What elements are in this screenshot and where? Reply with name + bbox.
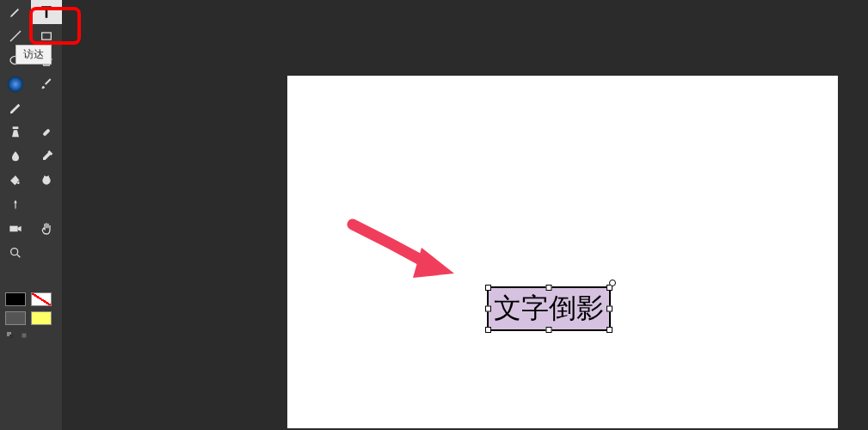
smudge-icon <box>40 174 53 187</box>
smudge-tool[interactable] <box>31 169 62 193</box>
text-content: 文字倒影 <box>494 292 604 323</box>
handle-bottom-right[interactable] <box>606 327 613 333</box>
eyedropper-icon <box>40 150 53 163</box>
zoom-icon <box>9 246 22 260</box>
swap-reset-row <box>5 330 57 341</box>
gradient-tool[interactable] <box>0 72 31 96</box>
text-box[interactable]: 文字倒影 <box>487 286 611 331</box>
toolbar <box>0 0 62 430</box>
text-icon <box>38 3 55 21</box>
handle-bottom-left[interactable] <box>485 327 491 333</box>
bucket-icon <box>9 174 22 187</box>
healing-icon <box>40 126 53 139</box>
fill-colors <box>5 311 57 325</box>
fill-secondary[interactable] <box>31 311 52 325</box>
rect-icon <box>40 29 53 43</box>
empty-2 <box>31 193 62 217</box>
pin-icon <box>9 199 22 211</box>
svg-rect-5 <box>9 226 17 232</box>
swap-icon[interactable] <box>5 330 15 341</box>
paintbrush-tool[interactable] <box>31 72 62 96</box>
svg-rect-0 <box>42 33 52 40</box>
tool-grid <box>0 0 62 265</box>
camera-tool[interactable] <box>0 217 31 241</box>
line-icon <box>9 29 22 43</box>
text-tool[interactable] <box>31 0 62 24</box>
hand-icon <box>40 222 53 236</box>
rotate-handle[interactable] <box>609 280 616 286</box>
pencil-tool[interactable] <box>0 96 31 120</box>
hand-tool[interactable] <box>31 217 62 241</box>
handle-top-left[interactable] <box>485 285 491 291</box>
reset-icon[interactable] <box>19 330 29 341</box>
svg-point-3 <box>8 77 23 92</box>
pen-icon <box>9 5 22 19</box>
pen-tool[interactable] <box>0 0 31 24</box>
empty-1 <box>31 96 62 120</box>
stroke-foreground[interactable] <box>5 292 26 306</box>
color-section <box>5 292 57 341</box>
empty-3 <box>31 241 62 265</box>
svg-rect-4 <box>42 128 50 136</box>
healing-tool[interactable] <box>31 120 62 144</box>
svg-rect-8 <box>9 335 14 339</box>
handle-mid-top[interactable] <box>546 285 552 291</box>
paintbrush-icon <box>40 77 53 91</box>
handle-mid-left[interactable] <box>485 306 491 312</box>
canvas[interactable] <box>287 76 838 428</box>
eyedropper-tool[interactable] <box>31 144 62 169</box>
tooltip: 访达 <box>15 45 52 64</box>
fill-primary[interactable] <box>5 311 26 325</box>
clone-tool[interactable] <box>0 120 31 144</box>
handle-mid-bottom[interactable] <box>546 327 552 333</box>
text-selection[interactable]: 文字倒影 <box>487 286 611 331</box>
svg-point-6 <box>11 249 18 255</box>
pencil-icon <box>9 101 22 115</box>
zoom-tool[interactable] <box>0 241 31 265</box>
camera-icon <box>9 222 22 236</box>
handle-mid-right[interactable] <box>606 306 613 312</box>
stroke-colors <box>5 292 57 306</box>
stroke-background[interactable] <box>31 292 52 306</box>
gradient-icon <box>6 75 25 94</box>
blur-tool[interactable] <box>0 144 31 169</box>
pin-tool[interactable] <box>0 193 31 217</box>
blur-icon <box>9 150 22 163</box>
clone-icon <box>9 126 22 139</box>
bucket-tool[interactable] <box>0 169 31 193</box>
